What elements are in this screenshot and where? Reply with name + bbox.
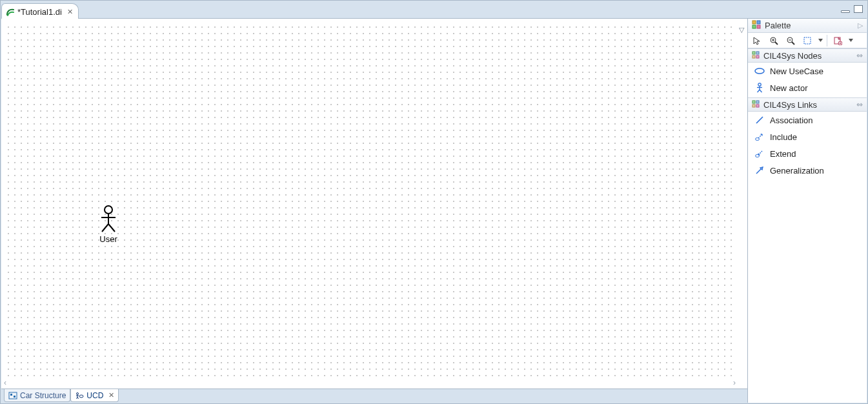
editor-tabstrip: *Tutorial1.di ✕ (1, 1, 867, 18)
actor-user[interactable]: User (96, 205, 121, 244)
extend-icon (754, 148, 765, 159)
palette-item-label: New actor (770, 83, 808, 93)
palette-panel: Palette ▷ (747, 19, 867, 403)
svg-rect-17 (757, 25, 760, 28)
svg-rect-43 (756, 105, 759, 107)
svg-rect-32 (752, 56, 755, 58)
svg-line-48 (758, 151, 762, 155)
palette-item-association[interactable]: Association (748, 112, 867, 128)
svg-point-0 (105, 206, 112, 214)
inner-tab-label: UCD (86, 391, 103, 400)
svg-line-12 (77, 397, 79, 399)
pointer-tool[interactable] (751, 34, 763, 47)
inner-tab-label: Car Structure (20, 391, 66, 400)
palette-item-include[interactable]: Include (748, 128, 867, 145)
marquee-tool[interactable] (801, 34, 814, 47)
canvas-wrap: ▽ User ‹ (1, 19, 747, 389)
window-controls (841, 5, 863, 13)
chevron-right-icon[interactable]: ▷ (858, 21, 863, 30)
scroll-left-icon[interactable]: ‹ (4, 378, 6, 387)
ucd-icon (75, 391, 84, 400)
scroll-right-icon[interactable]: › (733, 378, 736, 387)
vertical-scrollbar[interactable] (737, 24, 746, 377)
palette-item-new-usecase[interactable]: New UseCase (748, 63, 867, 79)
svg-rect-40 (752, 101, 755, 103)
association-icon (754, 115, 765, 125)
palette-toolbar (748, 33, 867, 48)
close-icon[interactable]: ✕ (67, 8, 73, 16)
canvas-column: ▽ User ‹ (1, 19, 747, 403)
zoom-out-tool[interactable] (784, 34, 797, 47)
svg-line-44 (756, 117, 763, 123)
svg-rect-6 (10, 394, 12, 396)
drawer-items-nodes: New UseCase New actor (748, 63, 867, 97)
pin-icon[interactable]: ⇔ (856, 51, 863, 60)
inner-tab-car-structure[interactable]: Car Structure (4, 389, 70, 402)
editor-tab-tutorial1[interactable]: *Tutorial1.di ✕ (1, 3, 79, 19)
palette-icon (752, 20, 761, 31)
drawer-icon (752, 100, 760, 110)
svg-line-23 (792, 42, 794, 45)
actor-icon (99, 205, 118, 233)
svg-rect-5 (9, 392, 17, 399)
palette-item-extend[interactable]: Extend (748, 145, 867, 162)
palette-header[interactable]: Palette ▷ (748, 19, 867, 33)
svg-line-39 (760, 90, 762, 92)
svg-rect-33 (756, 56, 759, 58)
svg-rect-16 (752, 25, 756, 28)
close-icon[interactable]: ✕ (108, 391, 114, 399)
palette-item-label: Generalization (770, 166, 824, 176)
svg-line-3 (102, 224, 108, 232)
drawer-header-links[interactable]: CIL4Sys Links ⇔ (748, 97, 867, 112)
horizontal-scrollbar[interactable]: ‹ › (4, 378, 736, 387)
actor-label: User (96, 234, 121, 244)
svg-line-49 (756, 168, 762, 174)
include-icon (754, 132, 765, 142)
papyrus-icon (6, 8, 15, 17)
drawer-icon (752, 51, 760, 61)
drawer-title: CIL4Sys Nodes (763, 51, 822, 61)
palette-item-label: New UseCase (770, 66, 823, 76)
dropdown-caret-icon[interactable] (818, 34, 823, 47)
svg-rect-7 (14, 396, 15, 398)
minimize-button[interactable] (841, 10, 850, 13)
palette-item-label: Extend (770, 149, 796, 159)
inner-tab-ucd[interactable]: UCD ✕ (70, 389, 119, 402)
inner-tabstrip: Car Structure UCD ✕ (1, 389, 747, 403)
diagram-canvas[interactable]: User (5, 24, 736, 377)
palette-item-generalization[interactable]: Generalization (748, 162, 867, 179)
svg-point-35 (758, 83, 761, 86)
svg-point-34 (755, 68, 764, 74)
usecase-icon (754, 66, 765, 76)
actor-icon (754, 83, 765, 93)
palette-title: Palette (765, 21, 791, 30)
generalization-icon (754, 165, 765, 176)
maximize-button[interactable] (854, 5, 863, 13)
svg-line-46 (758, 134, 762, 138)
drawer-header-nodes[interactable]: CIL4Sys Nodes ⇔ (748, 48, 867, 63)
diagram-icon (8, 391, 17, 400)
svg-rect-41 (756, 101, 759, 103)
svg-line-38 (758, 90, 760, 92)
note-tool[interactable] (831, 34, 844, 47)
palette-item-label: Association (770, 116, 812, 125)
toolbar-separator (827, 35, 827, 46)
svg-line-4 (108, 224, 115, 232)
svg-rect-15 (757, 21, 760, 24)
pin-icon[interactable]: ⇔ (856, 100, 863, 109)
palette-item-new-actor[interactable]: New actor (748, 79, 867, 96)
svg-rect-14 (752, 21, 756, 24)
drawer-title: CIL4Sys Links (763, 100, 817, 110)
svg-rect-42 (752, 105, 755, 107)
svg-rect-25 (804, 37, 811, 44)
editor-area: *Tutorial1.di ✕ ▽ (1, 1, 867, 403)
content-row: ▽ User ‹ (1, 18, 867, 403)
editor-tab-title: *Tutorial1.di (17, 7, 62, 17)
svg-point-13 (79, 395, 83, 398)
svg-rect-31 (756, 52, 759, 54)
zoom-in-tool[interactable] (767, 34, 780, 47)
dropdown-caret-icon[interactable] (848, 34, 853, 47)
palette-item-label: Include (770, 132, 797, 142)
svg-line-19 (775, 42, 778, 45)
drawer-items-links: Association Include (748, 112, 867, 180)
